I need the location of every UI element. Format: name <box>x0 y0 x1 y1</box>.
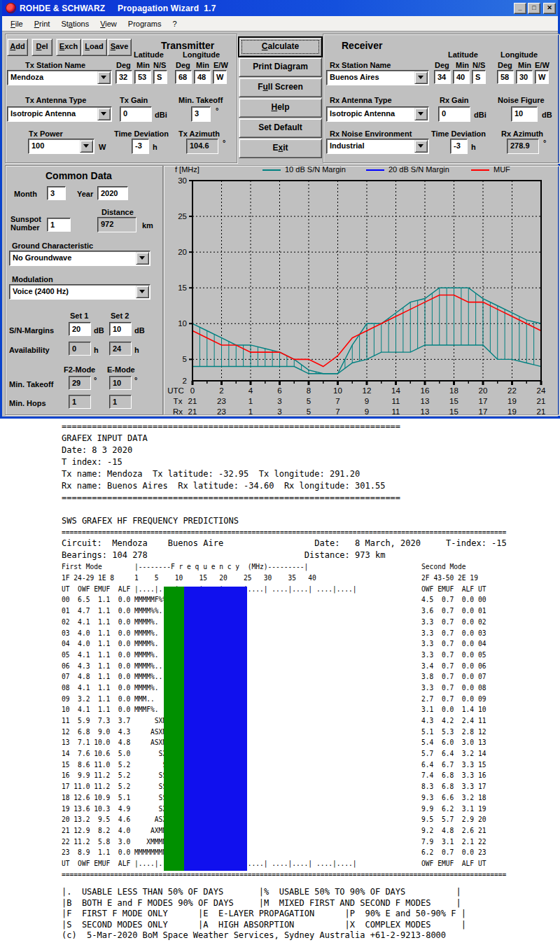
rx-antenna-type-label: Rx Antenna Type <box>330 96 392 104</box>
calculate-button[interactable]: Calculate <box>239 37 322 57</box>
rx-antenna-type-select[interactable]: Isotropic Antenna <box>326 106 429 122</box>
tx-row-label: Tx <box>174 397 183 405</box>
sunspot-number-field[interactable]: 1 <box>47 218 71 232</box>
report-line: 01 4.7 1.1 0.0 MMMM%%.. 3.6 0.7 0.0 01 <box>0 606 560 617</box>
report-line: 07 4.8 1.1 0.0 MMMM%.. 3.8 0.7 0.0 07 <box>0 671 560 682</box>
report-line: |B BOTH E and F MODES 90% OF DAYS |M MIX… <box>0 898 560 909</box>
ground-characteristic-select[interactable]: No Groundwave <box>9 251 150 266</box>
menu-item-stations[interactable]: Stations <box>55 18 94 29</box>
rx-station-name-select-dropdown-icon[interactable] <box>414 71 428 84</box>
modulation-label: Modulation <box>12 275 53 284</box>
tx-station-name-select[interactable]: Mendoza <box>7 70 112 85</box>
year-field[interactable]: 2020 <box>97 186 128 200</box>
tx-time-deviation-field[interactable]: -3 <box>132 139 149 154</box>
tx-gain-field[interactable]: 0 <box>120 106 152 122</box>
tx-lon-ew-field[interactable]: W <box>213 70 227 84</box>
tx-tick-label: 23 <box>217 397 226 405</box>
add-button[interactable]: Add <box>7 38 28 56</box>
tx-lon-deg-field[interactable]: 68 <box>175 70 192 84</box>
menu-item-print[interactable]: Print <box>29 18 56 29</box>
tx-lat-min-field[interactable]: 53 <box>134 70 151 84</box>
month-field[interactable]: 3 <box>47 186 66 200</box>
full-screen-button[interactable]: Full Screen <box>239 78 322 97</box>
tx-lon-min-field[interactable]: 48 <box>194 70 211 84</box>
y-tick-label: 2 <box>183 377 187 385</box>
tx-power-select-dropdown-icon[interactable] <box>80 140 93 153</box>
set2-label: Set 2 <box>111 312 129 320</box>
tx-longitude-label: Longitude <box>183 50 220 59</box>
report-line: Circuit: Mendoza Buenos Aire Date: 8 Mar… <box>0 538 560 550</box>
tx-power-select[interactable]: 100 <box>28 139 94 154</box>
utc-tick-label: 2 <box>219 386 223 395</box>
y-tick-label: 20 <box>178 248 187 256</box>
rx-noise-environment-select-dropdown-icon[interactable] <box>414 140 428 153</box>
save-button[interactable]: Save <box>107 38 132 56</box>
utc-tick-label: 14 <box>391 386 400 395</box>
rx-lon-deg-field[interactable]: 58 <box>497 70 514 84</box>
report-line: 14 7.6 10.6 5.0 SXXMPPE . 5.7 6.4 3.2 14 <box>0 748 560 760</box>
rx-tick-label: 3 <box>277 407 281 416</box>
sn-margin-set2-field[interactable]: 10 <box>109 322 132 336</box>
sn-margin-set1-field[interactable]: 20 <box>69 322 91 336</box>
exch-button[interactable]: Exch <box>56 38 81 56</box>
tx-tick-label: 19 <box>507 397 517 405</box>
report-line: 17 11.0 11.2 5.2 SSXMMMM P%%%... 8.3 6.8… <box>0 781 560 792</box>
report-line: 23 8.9 1.1 0.0 MMMMMMMM%% %.... 6.2 0.7 … <box>0 847 560 858</box>
title-gap <box>105 4 118 13</box>
rx-noise-figure-field[interactable]: 10 <box>511 106 538 122</box>
rx-noise-environment-select[interactable]: Industrial <box>326 139 429 154</box>
window-title-brand: ROHDE & SCHWARZ <box>20 4 105 13</box>
tx-gain-unit: dBi <box>155 111 167 119</box>
tx-lat-ns-field[interactable]: S <box>153 70 167 84</box>
ground-characteristic-select-dropdown-icon[interactable] <box>136 252 149 265</box>
month-label: Month <box>14 190 37 198</box>
help-button[interactable]: Help <box>239 98 322 118</box>
menu-item-programs[interactable]: Programs <box>122 18 167 29</box>
tx-station-name-select-dropdown-icon[interactable] <box>97 71 111 84</box>
set-default-button[interactable]: Set Default <box>239 118 322 138</box>
menu-item-view[interactable]: View <box>94 18 122 29</box>
rx-lat-min-field[interactable]: 40 <box>453 70 470 84</box>
report-line: 12 6.8 9.0 4.3 ASXMPPE. 5.1 5.3 2.8 12 <box>0 727 560 738</box>
maximize-button[interactable]: □ <box>528 3 540 14</box>
report-line: 06 4.3 1.1 0.0 MMMM%.. 3.4 0.7 0.0 06 <box>0 661 560 672</box>
rx-station-name-select[interactable]: Buenos Aires <box>326 70 429 85</box>
modulation-select[interactable]: Voice (2400 Hz) <box>9 284 150 300</box>
utc-tick-label: 12 <box>363 386 372 395</box>
menu-item-[interactable]: ? <box>167 18 183 29</box>
window-buttons: _ □ ✕ <box>514 3 558 14</box>
tx-power-label: Tx Power <box>29 130 63 138</box>
tx-azimuth-field: 104.6 <box>186 139 218 154</box>
tx-min-takeoff-field[interactable]: 3 <box>191 106 211 122</box>
tx-lat-deg-field[interactable]: 32 <box>115 70 132 84</box>
tx-antenna-type-select[interactable]: Isotropic Antenna <box>7 106 112 122</box>
del-button[interactable]: Del <box>31 38 52 56</box>
rx-lat-ns-field[interactable]: S <box>472 70 486 84</box>
modulation-select-dropdown-icon[interactable] <box>136 286 149 298</box>
report-line: 09 3.2 1.1 0.0 MMM.. 2.7 0.7 0.0 09 <box>0 694 560 705</box>
tx-antenna-type-select-dropdown-icon[interactable] <box>97 108 111 120</box>
minimize-button[interactable]: _ <box>514 3 526 14</box>
rx-azimuth-label: Rx Azimuth <box>501 130 543 138</box>
rx-time-deviation-field[interactable]: -3 <box>450 139 468 154</box>
report-line: GRAFEX INPUT DATA <box>0 433 560 444</box>
rx-antenna-type-select-dropdown-icon[interactable] <box>414 108 428 120</box>
blue-frequency-marker <box>184 587 247 871</box>
rx-gain-field[interactable]: 0 <box>438 106 470 122</box>
rx-lon-min-field[interactable]: 30 <box>516 70 533 84</box>
load-button[interactable]: Load <box>81 38 107 56</box>
tx-tick-label: 9 <box>365 397 369 405</box>
tx-tick-label: 13 <box>421 397 430 405</box>
close-button[interactable]: ✕ <box>543 3 556 14</box>
title-bar[interactable]: ROHDE & SCHWARZ Propagation Wizard 1.7 _… <box>2 0 558 16</box>
print-diagram-button[interactable]: Print Diagram <box>239 57 322 77</box>
legend-line-sample <box>262 169 281 171</box>
utc-tick-label: 10 <box>333 386 342 395</box>
rx-lon-ew-field[interactable]: W <box>535 70 549 84</box>
min-takeoff-e-field: 10 <box>109 376 132 390</box>
menu-item-file[interactable]: File <box>5 18 29 29</box>
tx-lon-ew-label: E/W <box>214 61 228 69</box>
tx-station-name-label: Tx Station Name <box>25 61 85 69</box>
exit-button[interactable]: Exit <box>239 139 322 158</box>
rx-lat-deg-field[interactable]: 34 <box>434 70 451 84</box>
